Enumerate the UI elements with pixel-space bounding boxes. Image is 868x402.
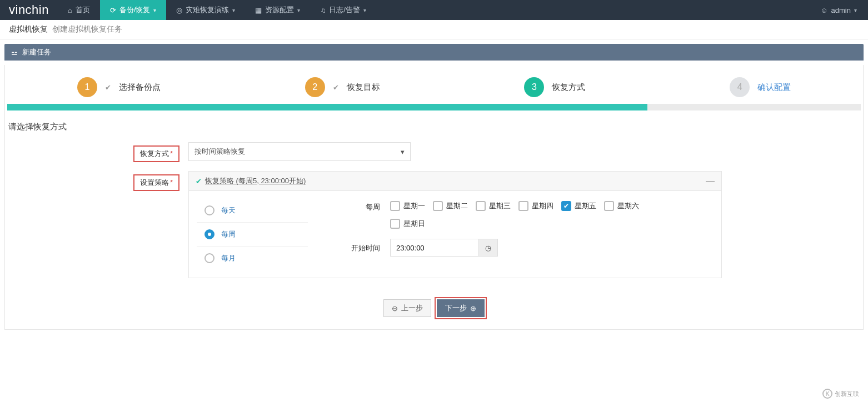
frequency-list: 每天 每周 每月 — [197, 199, 308, 270]
freq-weekly[interactable]: 每周 — [197, 223, 308, 247]
chk-fri[interactable]: ✔星期五 — [561, 201, 596, 211]
wizard-step-1[interactable]: 1 ✔ 选择备份点 — [77, 77, 161, 97]
nav-resource[interactable]: ▦ 资源配置 ▾ — [245, 0, 310, 20]
wizard-num-1: 1 — [77, 77, 97, 97]
chevron-down-icon: ▾ — [153, 7, 156, 13]
policy-detail: 每周 星期一 星期二 星期三 星期四 ✔星期五 星期六 星期日 — [308, 199, 714, 270]
wizard-progress-fill — [7, 104, 647, 110]
wizard-label-4: 确认配置 — [757, 82, 791, 93]
refresh-icon: ⟳ — [110, 6, 116, 14]
wizard-label-3: 恢复方式 — [552, 82, 585, 93]
arrow-left-icon: ⊖ — [392, 304, 398, 313]
footer-buttons: ⊖ 上一步 下一步 ⊕ — [5, 283, 863, 324]
policy-box: ✔ 恢复策略 (每周5, 23:00:00开始) — 每天 每周 — [188, 171, 722, 278]
wizard-step-4[interactable]: 4 确认配置 — [730, 77, 791, 97]
chk-sun[interactable]: 星期日 — [390, 219, 425, 229]
prev-button[interactable]: ⊖ 上一步 — [383, 299, 431, 317]
radio-checked-icon — [204, 229, 214, 239]
wizard-label-1: 选择备份点 — [119, 82, 161, 93]
label-restore-mode: 恢复方式* — [133, 145, 179, 162]
next-button[interactable]: 下一步 ⊕ — [437, 299, 485, 317]
caret-down-icon: ▾ — [401, 148, 405, 156]
select-restore-mode[interactable]: 按时间策略恢复 ▾ — [188, 142, 411, 161]
chk-tue[interactable]: 星期二 — [433, 201, 468, 211]
radio-icon — [204, 253, 214, 263]
nav-log[interactable]: ♫ 日志/告警 ▾ — [310, 0, 376, 20]
wizard-step-3[interactable]: 3 恢复方式 — [524, 77, 585, 97]
chk-wed[interactable]: 星期三 — [476, 201, 511, 211]
clock-icon: ◷ — [485, 244, 491, 252]
wizard-num-3: 3 — [524, 77, 544, 97]
check-icon: ✔ — [333, 83, 339, 92]
section-title: 请选择恢复方式 — [5, 110, 863, 138]
policy-header-text: 恢复策略 (每周5, 23:00:00开始) — [205, 176, 306, 186]
chevron-down-icon: ▾ — [363, 7, 366, 13]
clock-button[interactable]: ◷ — [479, 239, 498, 257]
starttime-input[interactable] — [390, 239, 479, 257]
nav-log-label: 日志/告警 — [329, 5, 360, 15]
chevron-down-icon: ▾ — [297, 7, 300, 13]
nav-menu: ⌂ 首页 ⟳ 备份/恢复 ▾ ◎ 灾难恢复演练 ▾ ▦ 资源配置 ▾ ♫ 日志/… — [58, 0, 376, 20]
nav-dr[interactable]: ◎ 灾难恢复演练 ▾ — [166, 0, 245, 20]
nav-dr-label: 灾难恢复演练 — [186, 5, 229, 15]
check-icon: ✔ — [196, 177, 202, 185]
wizard-num-4: 4 — [730, 77, 750, 97]
wizard-step-2[interactable]: 2 ✔ 恢复目标 — [305, 77, 380, 97]
nav-backup-label: 备份/恢复 — [119, 5, 151, 15]
policy-header[interactable]: ✔ 恢复策略 (每周5, 23:00:00开始) — — [189, 172, 721, 191]
brand-logo: vinchin — [0, 0, 58, 20]
starttime-input-group: ◷ — [390, 239, 498, 257]
nav-backup[interactable]: ⟳ 备份/恢复 ▾ — [100, 0, 167, 20]
starttime-label: 开始时间 — [330, 242, 380, 253]
home-icon: ⌂ — [68, 6, 72, 14]
row-set-policy: 设置策略* ✔ 恢复策略 (每周5, 23:00:00开始) — 每天 — [5, 167, 863, 283]
top-navbar: vinchin ⌂ 首页 ⟳ 备份/恢复 ▾ ◎ 灾难恢复演练 ▾ ▦ 资源配置… — [0, 0, 868, 20]
panel-title: 新建任务 — [22, 47, 51, 57]
chevron-down-icon: ▾ — [232, 7, 235, 13]
collapse-icon[interactable]: — — [706, 176, 715, 186]
chevron-down-icon: ▾ — [854, 7, 857, 13]
nav-user-name: admin — [831, 6, 851, 14]
arrow-right-icon: ⊕ — [470, 304, 476, 313]
label-set-policy: 设置策略* — [133, 174, 179, 191]
nav-home-label: 首页 — [76, 5, 90, 15]
weekday-checkboxes: 星期一 星期二 星期三 星期四 ✔星期五 星期六 星期日 — [390, 201, 646, 229]
week-label: 每周 — [330, 201, 380, 212]
chk-mon[interactable]: 星期一 — [390, 201, 425, 211]
wizard: 1 ✔ 选择备份点 2 ✔ 恢复目标 3 恢复方式 4 确认配置 — [5, 65, 863, 104]
chk-thu[interactable]: 星期四 — [518, 201, 553, 211]
cube-icon: ⚍ — [11, 48, 18, 57]
grid-icon: ▦ — [255, 6, 262, 14]
nav-home[interactable]: ⌂ 首页 — [58, 0, 100, 20]
panel-body: 1 ✔ 选择备份点 2 ✔ 恢复目标 3 恢复方式 4 确认配置 请选择恢复方式… — [4, 65, 864, 330]
breadcrumb-sub: 创建虚拟机恢复任务 — [52, 24, 122, 34]
select-value: 按时间策略恢复 — [194, 147, 245, 157]
check-icon: ✔ — [105, 83, 111, 92]
policy-body: 每天 每周 每月 每周 — [189, 191, 721, 278]
wizard-label-2: 恢复目标 — [347, 82, 380, 93]
radio-icon — [204, 205, 214, 215]
row-restore-mode: 恢复方式* 按时间策略恢复 ▾ — [5, 138, 863, 167]
checkbox-checked-icon: ✔ — [561, 201, 571, 211]
freq-daily[interactable]: 每天 — [197, 199, 308, 223]
panel-header: ⚍ 新建任务 — [4, 44, 864, 61]
nav-resource-label: 资源配置 — [265, 5, 294, 15]
freq-monthly[interactable]: 每月 — [197, 247, 308, 270]
nav-user[interactable]: ☺ admin ▾ — [809, 0, 868, 20]
bell-icon: ♫ — [320, 6, 326, 14]
chk-sat[interactable]: 星期六 — [604, 201, 639, 211]
target-icon: ◎ — [176, 6, 182, 14]
user-icon: ☺ — [820, 6, 827, 14]
wizard-progress — [7, 104, 861, 110]
breadcrumb-main: 虚拟机恢复 — [9, 24, 48, 34]
wizard-num-2: 2 — [305, 77, 325, 97]
